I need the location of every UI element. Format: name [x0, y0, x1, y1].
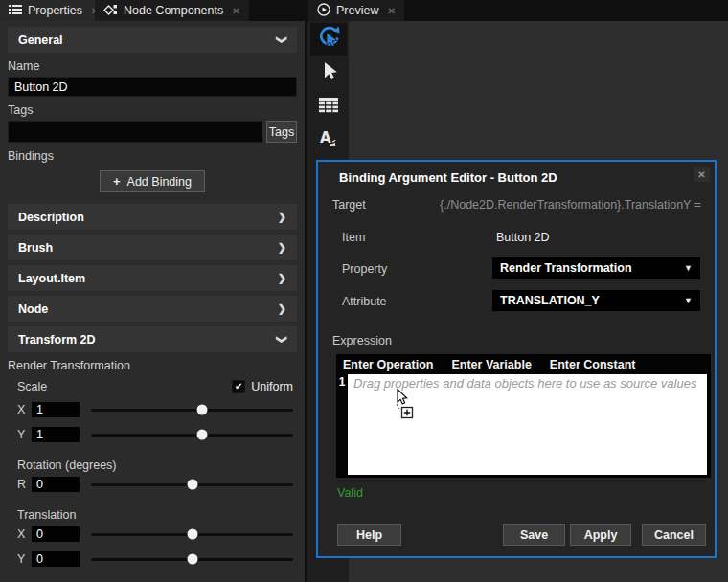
section-node[interactable]: Node ❯ — [8, 296, 297, 322]
close-icon[interactable]: ✕ — [232, 6, 239, 16]
tab-bar: Properties ✕ Node Components ✕ Previe — [0, 0, 728, 21]
expression-text-area[interactable]: Drag properties and data objects here to… — [348, 374, 707, 475]
node-components-icon — [103, 3, 118, 19]
grid-tool[interactable] — [310, 90, 347, 123]
application-window: Properties ✕ Node Components ✕ Previe — [0, 0, 728, 582]
text-tool-icon: A — [318, 127, 339, 152]
grid-icon — [318, 97, 339, 117]
select-tool[interactable] — [310, 56, 347, 89]
dropdown-caret-icon: ▼ — [684, 296, 693, 305]
expression-label: Expression — [332, 334, 392, 347]
property-dropdown[interactable]: Render Transformation ▼ — [492, 257, 700, 279]
tags-button[interactable]: Tags — [266, 121, 297, 143]
section-general[interactable]: General ❯ — [8, 27, 297, 53]
chevron-right-icon: ❯ — [278, 302, 286, 315]
scale-y-slider[interactable] — [91, 434, 293, 436]
translation-y-input[interactable] — [31, 550, 80, 568]
item-label: Item — [342, 231, 365, 244]
rotation-label: Rotation (degrees) — [17, 459, 297, 472]
slider-thumb[interactable] — [187, 529, 197, 540]
enter-operation-menu-item[interactable]: Enter Operation — [343, 358, 433, 371]
scale-x-row: X — [17, 401, 297, 418]
slider-thumb[interactable] — [187, 554, 197, 565]
tab-preview[interactable]: Preview ✕ — [308, 0, 404, 21]
section-transform-2d[interactable]: Transform 2D ❯ — [8, 326, 297, 352]
dialog-title: Binding Argument Editor - Button 2D — [339, 170, 557, 185]
scale-x-slider[interactable] — [91, 409, 293, 412]
rotation-r-input[interactable] — [31, 476, 80, 493]
render-transformation-label: Render Transformation — [8, 359, 297, 372]
attribute-dropdown-value: TRANSLATION_Y — [500, 294, 600, 307]
tab-properties-label: Properties — [28, 4, 82, 17]
scale-x-label: X — [17, 403, 31, 416]
interaction-cursor-icon — [317, 25, 340, 55]
scale-x-input[interactable] — [31, 401, 80, 418]
binding-argument-editor-dialog: Binding Argument Editor - Button 2D ✕ Ta… — [316, 160, 717, 558]
translation-label: Translation — [17, 508, 297, 522]
chevron-down-icon: ❯ — [276, 35, 288, 44]
scale-y-input[interactable] — [31, 426, 80, 443]
chevron-right-icon: ❯ — [278, 211, 286, 223]
add-binding-label: Add Binding — [127, 175, 192, 189]
translation-x-input[interactable] — [31, 526, 80, 543]
dropdown-caret-icon: ▼ — [684, 263, 693, 273]
target-value: {./Node2D.RenderTransformation}.Translat… — [440, 198, 701, 212]
help-button[interactable]: Help — [337, 524, 401, 546]
translation-y-slider[interactable] — [91, 558, 293, 561]
tab-node-components[interactable]: Node Components ✕ — [95, 0, 249, 21]
apply-button[interactable]: Apply — [570, 524, 631, 546]
close-icon[interactable]: ✕ — [387, 6, 395, 16]
enter-constant-menu-item[interactable]: Enter Constant — [550, 358, 636, 371]
translation-x-row: X — [17, 526, 297, 543]
chevron-right-icon: ❯ — [278, 241, 286, 254]
name-label: Name — [8, 59, 297, 73]
dialog-close-button[interactable]: ✕ — [694, 167, 710, 182]
scale-y-label: Y — [17, 428, 31, 441]
attribute-dropdown[interactable]: TRANSLATION_Y ▼ — [492, 290, 700, 311]
property-dropdown-value: Render Transformation — [500, 261, 632, 275]
bindings-label: Bindings — [8, 149, 297, 163]
tab-properties[interactable]: Properties ✕ — [0, 0, 107, 21]
chevron-right-icon: ❯ — [278, 272, 286, 284]
drag-drop-cursor-icon — [390, 388, 419, 423]
preview-play-icon — [317, 3, 330, 19]
slider-thumb[interactable] — [197, 405, 208, 415]
rotation-r-slider[interactable] — [91, 483, 293, 486]
slider-thumb[interactable] — [197, 430, 208, 440]
scale-label: Scale — [17, 380, 47, 393]
uniform-option[interactable]: ✔ Uniform — [232, 380, 293, 393]
save-button[interactable]: Save — [503, 524, 565, 546]
section-description[interactable]: Description ❯ — [8, 204, 297, 230]
svg-text:A: A — [320, 129, 331, 146]
properties-icon — [9, 4, 22, 18]
section-description-label: Description — [18, 211, 84, 224]
uniform-label: Uniform — [251, 380, 293, 393]
tab-node-components-label: Node Components — [124, 4, 223, 17]
target-label: Target — [332, 198, 366, 212]
chevron-down-icon: ❯ — [276, 335, 288, 344]
uniform-checkbox[interactable]: ✔ — [232, 380, 245, 393]
interaction-mode-tool[interactable] — [310, 23, 347, 56]
section-general-label: General — [18, 34, 63, 47]
property-label: Property — [342, 262, 387, 276]
tags-input[interactable] — [8, 121, 262, 143]
translation-x-slider[interactable] — [91, 533, 293, 536]
slider-thumb[interactable] — [187, 480, 197, 490]
tags-row: Tags — [8, 121, 297, 143]
scale-header-row: Scale ✔ Uniform — [17, 380, 293, 393]
item-value: Button 2D — [496, 231, 550, 244]
cancel-button[interactable]: Cancel — [642, 524, 706, 546]
name-input[interactable] — [8, 77, 297, 97]
expression-body: 1 Drag properties and data objects here … — [336, 374, 711, 475]
tags-label: Tags — [8, 103, 297, 117]
text-analyze-tool[interactable]: A — [310, 123, 347, 156]
arrow-cursor-icon — [319, 60, 338, 85]
validation-status: Valid — [337, 486, 363, 500]
scale-y-row: Y — [17, 426, 297, 443]
enter-variable-menu-item[interactable]: Enter Variable — [451, 358, 531, 371]
section-layout-item[interactable]: Layout.Item ❯ — [8, 265, 297, 291]
plus-icon: + — [113, 174, 121, 189]
section-brush[interactable]: Brush ❯ — [8, 235, 297, 260]
expression-editor: Enter Operation Enter Variable Enter Con… — [336, 354, 711, 478]
add-binding-button[interactable]: + Add Binding — [100, 170, 205, 192]
